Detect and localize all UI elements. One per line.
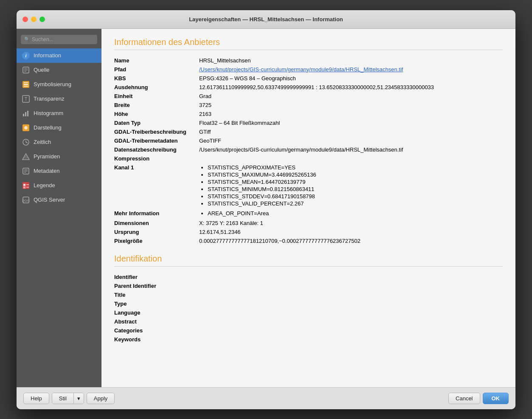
sidebar-label-transparenz: Transparenz [34, 96, 65, 102]
table-row: Categories [114, 326, 503, 335]
table-row: Identifier [114, 273, 503, 281]
table-row: Datensatzbeschreibung /Users/knut/projec… [114, 145, 503, 154]
field-value [199, 299, 503, 308]
table-row: Pixelgröße 0.000277777777777181210709,−0… [114, 236, 503, 245]
sidebar-item-darstellung[interactable]: Darstellung [17, 121, 101, 135]
field-value [199, 154, 503, 163]
field-value: GTiff [199, 127, 503, 136]
sidebar-item-symbolisierung[interactable]: Symbolisierung [17, 77, 101, 92]
field-label: Datensatzbeschreibung [114, 145, 199, 154]
histogramm-icon [22, 109, 30, 118]
stil-button[interactable]: Stil [52, 393, 74, 404]
mehr-info-list: AREA_OR_POINT=Area [199, 210, 500, 217]
field-label: Pixelgröße [114, 236, 199, 245]
table-row: Ursprung 12.6174,51.2346 [114, 228, 503, 236]
sidebar-item-legende[interactable]: Legende [17, 178, 101, 193]
svg-rect-11 [25, 112, 26, 116]
help-button[interactable]: Help [23, 393, 49, 404]
legende-icon [22, 181, 30, 190]
field-label: GDAL-Treibermetadaten [114, 136, 199, 145]
sidebar-item-quelle[interactable]: Quelle [17, 63, 101, 77]
field-label: Type [114, 299, 199, 308]
svg-rect-27 [23, 186, 25, 188]
field-label: Ausdehnung [114, 83, 199, 92]
field-value: 2163 [199, 110, 503, 118]
svg-rect-12 [27, 111, 28, 116]
sidebar-label-metadaten: Metadaten [34, 168, 59, 174]
list-item: STATISTICS_MAXIMUM=3.4469925265136 [208, 172, 500, 178]
field-label: Kompression [114, 154, 199, 163]
field-value: 0.000277777777777181210709,−0.0002777777… [199, 236, 503, 245]
sidebar-item-zeitlich[interactable]: Zeitlich [17, 135, 101, 149]
cancel-button[interactable]: Cancel [448, 393, 480, 404]
symbolisierung-icon [22, 80, 30, 89]
sidebar-label-qgis-server: QGIS Server [34, 197, 65, 203]
field-value [199, 290, 503, 299]
field-value: /Users/knut/projects/GIS-curriculum/germ… [199, 65, 503, 74]
field-label: Keywords [114, 335, 199, 344]
table-row: Abstract [114, 317, 503, 326]
section2-title: Identifikation [114, 254, 503, 264]
sidebar-item-pyramiden[interactable]: Pyramiden [17, 149, 101, 164]
svg-point-14 [24, 126, 28, 129]
field-value: 12.6173611109999992,50.6337499999999991 … [199, 83, 503, 92]
apply-button[interactable]: Apply [87, 393, 115, 404]
sidebar-label-symbolisierung: Symbolisierung [34, 81, 71, 87]
stil-dropdown-button[interactable]: ▾ [74, 393, 84, 404]
table-row: KBS EPSG:4326 – WGS 84 – Geographisch [114, 74, 503, 83]
field-value [199, 335, 503, 344]
field-label: Categories [114, 326, 199, 335]
section1-divider [114, 50, 503, 50]
close-button[interactable] [23, 17, 28, 22]
footer: Help Stil ▾ Apply Cancel OK [17, 387, 515, 409]
maximize-button[interactable] [39, 17, 45, 22]
pfad-link[interactable]: /Users/knut/projects/GIS-curriculum/germ… [199, 66, 403, 73]
field-label: Einheit [114, 92, 199, 101]
field-value [199, 308, 503, 317]
svg-rect-10 [23, 114, 24, 116]
search-input[interactable] [32, 37, 94, 42]
info-table: Name HRSL_Mittelsachsen Pfad /Users/knut… [114, 56, 503, 245]
sidebar-item-metadaten[interactable]: Metadaten [17, 164, 101, 178]
sidebar-item-qgis-server[interactable]: QGIS QGIS Server [17, 193, 101, 207]
field-label: GDAL-Treiberbeschreibung [114, 127, 199, 136]
list-item: STATISTICS_MEAN=1.6447026139779 [208, 179, 500, 185]
sidebar-item-histogramm[interactable]: Histogramm [17, 106, 101, 121]
field-label: Pfad [114, 65, 199, 74]
sidebar-item-information[interactable]: i Information [17, 48, 101, 63]
field-value: /Users/knut/projects/GIS-curriculum/germ… [199, 145, 503, 154]
field-value: AREA_OR_POINT=Area [199, 209, 503, 219]
sidebar-label-darstellung: Darstellung [34, 124, 62, 131]
svg-marker-18 [23, 154, 29, 160]
table-row: Type [114, 299, 503, 308]
id-table: IdentifierParent IdentifierTitleTypeLang… [114, 273, 503, 344]
table-row: Breite 3725 [114, 101, 503, 110]
ok-button[interactable]: OK [483, 393, 509, 404]
sidebar: 🔍 i Information Quelle Symbolisieru [17, 29, 101, 387]
field-label: KBS [114, 74, 199, 83]
sidebar-label-information: Information [34, 52, 61, 59]
search-box[interactable]: 🔍 [21, 35, 97, 44]
quelle-icon [22, 66, 30, 74]
svg-text:T: T [25, 96, 28, 101]
sidebar-item-transparenz[interactable]: T Transparenz [17, 92, 101, 106]
field-value: GeoTIFF [199, 136, 503, 145]
minimize-button[interactable] [31, 17, 37, 22]
field-value: Grad [199, 92, 503, 101]
list-item: STATISTICS_VALID_PERCENT=2.267 [208, 200, 500, 207]
table-row: GDAL-Treiberbeschreibung GTiff [114, 127, 503, 136]
field-value [199, 317, 503, 326]
table-row: Name HRSL_Mittelsachsen [114, 56, 503, 65]
table-row: Keywords [114, 335, 503, 344]
list-item: STATISTICS_APPROXIMATE=YES [208, 164, 500, 171]
list-item: STATISTICS_STDDEV=0.68417190158798 [208, 193, 500, 200]
window-controls [23, 17, 45, 22]
field-value: STATISTICS_APPROXIMATE=YES STATISTICS_MA… [199, 163, 503, 209]
kanal-list: STATISTICS_APPROXIMATE=YES STATISTICS_MA… [199, 164, 500, 207]
sidebar-label-pyramiden: Pyramiden [34, 153, 60, 160]
sidebar-label-zeitlich: Zeitlich [34, 139, 51, 145]
table-row: Language [114, 308, 503, 317]
field-label: Parent Identifier [114, 281, 199, 290]
zeitlich-icon [22, 138, 30, 146]
main-window: Layereigenschaften — HRSL_Mittelsachsen … [17, 10, 515, 409]
